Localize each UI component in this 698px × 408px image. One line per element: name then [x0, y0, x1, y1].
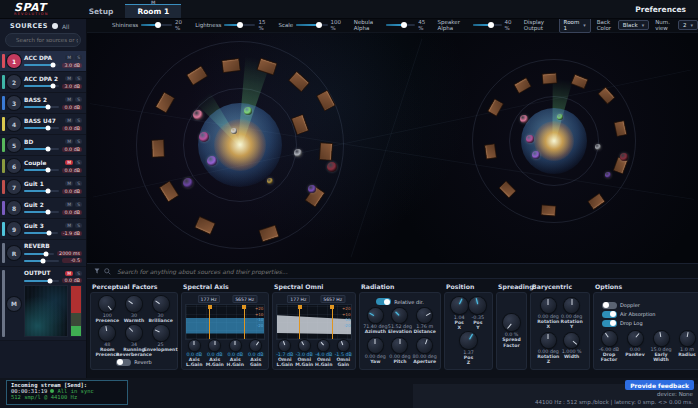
knob-pos-y[interactable]: -0.35Pos Y — [471, 297, 484, 330]
source-item-bd[interactable]: 5BDMS0.0 dB — [0, 135, 86, 156]
slider-thumb[interactable] — [50, 63, 55, 68]
knob-axis-h-gain[interactable]: 0.0 dBAxis H.Gain — [225, 340, 246, 367]
volume-slider[interactable] — [24, 106, 59, 108]
toolbar-slider-scale[interactable]: Scale100 % — [278, 19, 347, 31]
volume-slider[interactable] — [24, 280, 59, 282]
source-item-couple[interactable]: 6CoupleMS0.0 dB — [0, 156, 86, 177]
source-sphere[interactable] — [520, 115, 528, 123]
eq-band-marker[interactable] — [332, 305, 333, 339]
speaker-box[interactable] — [541, 72, 557, 84]
solo-button[interactable]: S — [75, 139, 82, 144]
slider-thumb[interactable] — [45, 168, 50, 173]
slider-thumb[interactable] — [45, 210, 50, 215]
source-sphere[interactable] — [557, 114, 563, 120]
knob-dial[interactable] — [126, 296, 142, 312]
knob-dial[interactable] — [299, 340, 310, 351]
knob-elevation[interactable]: 51.52 degElevation — [389, 308, 412, 334]
mute-button[interactable]: M — [65, 271, 73, 276]
source-sphere[interactable] — [231, 128, 237, 134]
knob-dial[interactable] — [602, 331, 617, 346]
knob-brilliance[interactable]: 30Brilliance — [148, 296, 173, 323]
knob-rotation-x[interactable]: 0.00 degRotation X — [540, 298, 556, 329]
knob-dial[interactable] — [451, 297, 468, 314]
slider-thumb[interactable] — [48, 278, 53, 283]
knob-dial[interactable] — [153, 325, 169, 341]
knob-dial[interactable] — [318, 340, 329, 351]
knob-axis-gain[interactable]: 0.0 dBAxis Gain — [246, 340, 267, 367]
source-number-badge[interactable]: 6 — [7, 159, 21, 173]
knob-dial[interactable] — [209, 340, 220, 351]
source-item-guit-2[interactable]: 8Guit 2MS0.0 dB — [0, 198, 86, 219]
knob-distance[interactable]: 1.76 mDistance — [413, 308, 436, 334]
knob-dial[interactable] — [541, 333, 556, 348]
knob-dial[interactable] — [230, 340, 241, 351]
source-sphere[interactable] — [526, 135, 534, 143]
source-sphere[interactable] — [605, 172, 611, 178]
slider-thumb[interactable] — [45, 105, 50, 110]
slider-thumb[interactable] — [237, 22, 243, 28]
knob-dial[interactable] — [250, 340, 261, 351]
slider-thumb[interactable] — [45, 147, 50, 152]
slider-track[interactable] — [473, 24, 502, 26]
solo-button[interactable]: S — [75, 202, 82, 207]
solo-button[interactable]: S — [75, 223, 82, 228]
knob-aperture[interactable]: 80.00 degAperture — [413, 338, 436, 364]
slider-thumb[interactable] — [155, 22, 161, 28]
solo-button[interactable]: S — [75, 76, 82, 81]
knob-envelopment[interactable]: 25Envelopment — [148, 325, 173, 352]
eq-graph[interactable]: +20+10-10-20 — [276, 304, 353, 340]
knob-radius[interactable]: 1.0 mRadius — [674, 331, 698, 357]
knob-omni-gain[interactable]: -1.5 dBOmni Gain — [334, 340, 354, 367]
solo-button[interactable]: S — [75, 97, 82, 102]
volume-slider[interactable] — [24, 148, 59, 150]
properties-search[interactable] — [86, 264, 698, 279]
eq-frequency-value[interactable]: 5657 Hz — [320, 295, 345, 303]
toggle-pill[interactable] — [376, 298, 391, 305]
sources-filter-all[interactable]: All — [62, 23, 69, 30]
toggle-air-absorption[interactable]: Air Absorption — [602, 311, 656, 318]
solo-button[interactable]: S — [75, 271, 82, 276]
knob-rotation-z[interactable]: 0.00 degRotation Z — [540, 333, 556, 364]
volume-slider[interactable] — [24, 64, 59, 66]
toggle-pill[interactable] — [602, 311, 617, 318]
mute-button[interactable]: M — [65, 202, 73, 207]
source-sphere[interactable] — [207, 156, 217, 166]
mute-button[interactable]: M — [65, 118, 73, 123]
sources-search[interactable] — [5, 33, 81, 47]
toggle-reverb[interactable]: Reverb — [116, 359, 152, 366]
knob-omni-m-gain[interactable]: -3.0 dBOmni M.Gain — [295, 340, 315, 367]
knob-dial[interactable] — [99, 296, 115, 312]
volume-slider[interactable] — [24, 127, 59, 129]
knob-axis-l-gain[interactable]: 0.0 dBAxis L.Gain — [184, 340, 205, 367]
knob-dial[interactable] — [503, 314, 520, 331]
tab-setup[interactable]: Setup — [77, 5, 126, 18]
knob-omni-l-gain[interactable]: -1.7 dBOmni L.Gain — [275, 340, 295, 367]
toggle-pill[interactable] — [116, 359, 131, 366]
slider-thumb[interactable] — [50, 84, 55, 89]
knob-dial[interactable] — [368, 308, 383, 323]
knob-dial[interactable] — [541, 298, 556, 313]
source-item-bass-2[interactable]: 3BASS 2MS0.0 dB — [0, 93, 86, 114]
mute-button[interactable]: M — [65, 76, 73, 81]
source-sphere[interactable] — [532, 151, 540, 159]
source-sphere[interactable] — [199, 132, 209, 142]
toggle-drop-log[interactable]: Drop Log — [602, 320, 643, 327]
scene-view-1[interactable] — [136, 41, 344, 249]
source-number-badge[interactable]: 5 — [7, 138, 21, 152]
knob-dial[interactable] — [99, 325, 115, 341]
sources-search-input[interactable] — [14, 36, 80, 44]
eq-graph[interactable]: +20+10-10-20 — [185, 304, 266, 340]
solo-button[interactable]: S — [75, 181, 82, 186]
slider-thumb[interactable] — [45, 189, 50, 194]
speaker-box[interactable] — [151, 140, 165, 158]
knob-dial[interactable] — [628, 331, 643, 346]
sources-toggle-dot[interactable] — [52, 23, 58, 29]
mute-button[interactable]: M — [65, 55, 73, 60]
source-number-badge[interactable]: 8 — [7, 201, 21, 215]
speaker-box[interactable] — [221, 58, 240, 73]
source-sphere[interactable] — [267, 178, 273, 184]
knob-dial[interactable] — [417, 308, 432, 323]
knob-dial[interactable] — [279, 340, 290, 351]
slider-thumb[interactable] — [488, 22, 494, 28]
source-item-reverb[interactable]: RREVERB2000 ms-0.5 — [0, 240, 86, 267]
